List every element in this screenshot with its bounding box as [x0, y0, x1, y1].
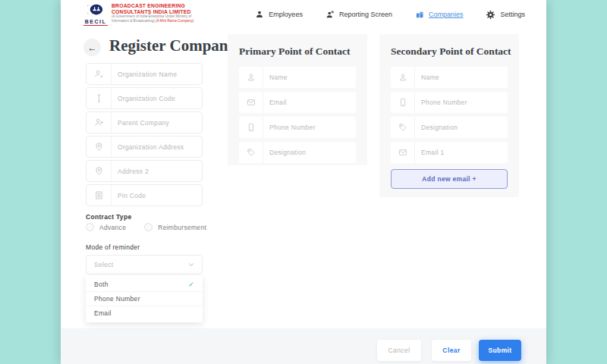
- tag-icon: [391, 117, 415, 138]
- page-title: Register Company: [109, 36, 236, 55]
- secondary-contact-card: Secondary Point of Contact: [379, 34, 519, 197]
- primary-phone-field[interactable]: [239, 117, 356, 138]
- user-plus-icon: [86, 112, 112, 133]
- primary-name-field[interactable]: [239, 67, 356, 88]
- radio-circle: [86, 223, 94, 231]
- person-icon: [239, 67, 263, 88]
- secondary-email-1-input[interactable]: [415, 142, 508, 163]
- primary-designation-field[interactable]: [239, 142, 356, 163]
- add-new-email-button[interactable]: Add new email +: [391, 169, 508, 189]
- clear-button[interactable]: Clear: [432, 340, 471, 361]
- envelope-icon: [239, 92, 263, 113]
- text-cursor-icon: [86, 88, 112, 108]
- check-icon: ✓: [188, 281, 194, 288]
- pin-code-input[interactable]: [112, 185, 203, 206]
- organization-code-input[interactable]: [112, 88, 203, 108]
- main-nav: Employees Reporting Screen Companies: [255, 10, 525, 20]
- report-person-icon: [326, 10, 335, 19]
- organization-name-field[interactable]: [86, 63, 203, 85]
- becil-acronym: BECIL: [83, 19, 108, 26]
- footer-bar: Cancel Clear Submit: [61, 328, 546, 364]
- person-icon: [391, 67, 415, 88]
- person-icon: [255, 10, 264, 19]
- primary-phone-input[interactable]: [263, 117, 356, 138]
- radio-advance[interactable]: Advance: [86, 223, 126, 231]
- parent-company-field[interactable]: [86, 111, 203, 133]
- organization-address-input[interactable]: [112, 136, 203, 157]
- smartphone-icon: [391, 92, 415, 113]
- nav-item-employees[interactable]: Employees: [255, 10, 303, 19]
- radio-reimbursement[interactable]: Reimbursement: [144, 223, 206, 231]
- radio-circle: [144, 223, 153, 231]
- primary-designation-input[interactable]: [263, 142, 356, 163]
- primary-email-input[interactable]: [263, 92, 356, 113]
- top-bar: BECIL BROADCAST ENGINEERING CONSULTANTS …: [61, 0, 546, 29]
- secondary-name-field[interactable]: [391, 67, 508, 88]
- secondary-contact-title: Secondary Point of Contact: [379, 34, 519, 58]
- building-icon: [415, 10, 424, 19]
- secondary-phone-input[interactable]: [415, 92, 508, 113]
- primary-contact-title: Primary Point of Contact: [228, 34, 367, 58]
- chevron-down-icon: [188, 262, 194, 268]
- becil-logo: BECIL BROADCAST ENGINEERING CONSULTANTS …: [83, 3, 193, 26]
- address-2-input[interactable]: [112, 161, 203, 181]
- mode-of-reminder-label: Mode of reminder: [86, 243, 140, 251]
- back-button[interactable]: ←: [83, 39, 101, 56]
- organization-address-field[interactable]: [86, 136, 203, 158]
- map-pin-icon: [86, 161, 112, 181]
- dropdown-option-phone-number[interactable]: Phone Number: [86, 292, 203, 306]
- user-edit-icon: [86, 64, 112, 84]
- contract-type-label: Contract Type: [86, 213, 131, 221]
- parent-company-input[interactable]: [112, 112, 203, 133]
- secondary-phone-field[interactable]: [391, 92, 508, 113]
- submit-button[interactable]: Submit: [479, 340, 521, 361]
- app-window: BECIL BROADCAST ENGINEERING CONSULTANTS …: [61, 0, 546, 364]
- primary-email-field[interactable]: [239, 92, 356, 113]
- organization-code-field[interactable]: [86, 87, 203, 109]
- primary-name-input[interactable]: [263, 67, 356, 88]
- pin-code-field[interactable]: [86, 184, 203, 206]
- smartphone-icon: [239, 117, 263, 138]
- nav-item-reporting-screen[interactable]: Reporting Screen: [326, 10, 392, 19]
- cancel-button[interactable]: Cancel: [377, 340, 421, 361]
- gear-icon: [486, 10, 495, 20]
- organization-name-input[interactable]: [112, 64, 203, 84]
- building-icon: [86, 185, 112, 206]
- becil-logo-mark: BECIL: [83, 3, 108, 26]
- reminder-dropdown: Both ✓ Phone Number Email: [86, 275, 203, 322]
- secondary-designation-field[interactable]: [391, 117, 508, 138]
- becil-logo-text: BROADCAST ENGINEERING CONSULTANTS INDIA …: [112, 3, 193, 23]
- tag-icon: [239, 142, 263, 163]
- contract-type-options: Advance Reimbursement: [86, 223, 206, 231]
- reminder-select[interactable]: Select: [86, 255, 203, 275]
- globe-icon: [87, 3, 104, 16]
- secondary-email-1-field[interactable]: [391, 142, 508, 163]
- envelope-icon: [391, 142, 415, 163]
- secondary-name-input[interactable]: [415, 67, 508, 88]
- nav-item-companies[interactable]: Companies: [415, 10, 464, 19]
- dropdown-option-both[interactable]: Both ✓: [86, 278, 203, 292]
- dropdown-option-email[interactable]: Email: [86, 306, 203, 320]
- nav-item-settings[interactable]: Settings: [486, 10, 525, 20]
- primary-contact-card: Primary Point of Contact: [228, 34, 367, 165]
- address-2-field[interactable]: [86, 160, 203, 182]
- map-pin-icon: [86, 136, 112, 157]
- secondary-designation-input[interactable]: [415, 117, 508, 138]
